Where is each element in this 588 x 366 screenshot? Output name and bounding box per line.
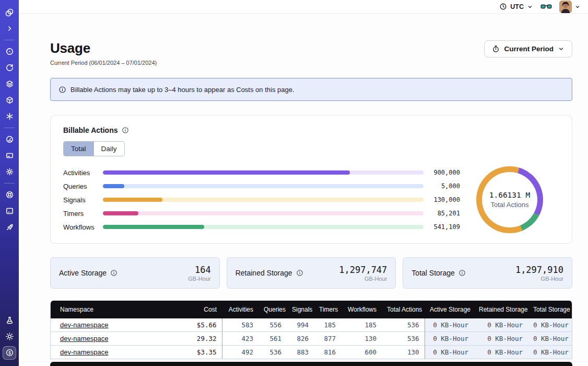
- column-header: Namespace: [51, 301, 167, 318]
- table-row: dev-namespace29.324235618268771305360 KB…: [51, 332, 572, 346]
- chevron-down-icon: [574, 4, 581, 10]
- column-header: Total Storage: [528, 301, 572, 318]
- retained-storage-cell: 0 KB-Hour: [474, 332, 528, 346]
- queries-cell: 536: [258, 346, 287, 359]
- table-header-row: NamespaceCostActivitiesQueriesSignalsTim…: [51, 301, 572, 318]
- column-header: Queries: [258, 301, 287, 318]
- page-title: Usage: [50, 40, 157, 56]
- info-icon[interactable]: [122, 127, 129, 134]
- column-header: Workflows: [341, 301, 382, 318]
- timers-cell: 877: [314, 332, 341, 346]
- info-icon[interactable]: [458, 269, 466, 277]
- total-storage-cell: 0 KB-Hour: [528, 318, 572, 332]
- timers-cell: 816: [314, 346, 341, 359]
- table-row: dev-namespace$3.354925368838166001300 KB…: [51, 346, 572, 359]
- total-storage-cell: 0 KB-Hour: [528, 346, 572, 359]
- user-avatar: [559, 1, 572, 13]
- storage-card-label: Total Storage: [411, 269, 455, 277]
- namespace-cell: dev-namespace: [51, 332, 167, 346]
- temporal-logo-icon[interactable]: [3, 6, 16, 19]
- workflows-cell: 600: [341, 346, 382, 359]
- bar-value: 85,201: [424, 210, 460, 217]
- column-header: Activities: [222, 301, 258, 318]
- namespace-cell: dev-namespace: [51, 346, 167, 359]
- terminal-icon[interactable]: [3, 204, 16, 218]
- bar-fill: [103, 198, 162, 202]
- dollar-coin-icon[interactable]: $: [3, 346, 16, 360]
- gauge-icon[interactable]: [3, 133, 16, 146]
- chevron-down-icon: [558, 45, 565, 52]
- bar-label: Timers: [63, 210, 103, 218]
- bar-fill: [103, 170, 350, 175]
- history-icon[interactable]: [3, 61, 16, 75]
- table-row: dev-namespace$5.665835569941851855360 KB…: [51, 318, 572, 332]
- activities-cell: 423: [222, 332, 258, 346]
- namespace-usage-table: NamespaceCostActivitiesQueriesSignalsTim…: [50, 301, 572, 359]
- flask-icon[interactable]: [3, 314, 16, 327]
- column-header: Cost: [167, 301, 222, 318]
- storage-card-value: 1,297,747: [339, 265, 387, 275]
- tab-daily[interactable]: Daily: [93, 142, 124, 156]
- column-header: Total Actions: [382, 301, 425, 318]
- bar-track: [103, 184, 424, 188]
- account-menu[interactable]: [559, 1, 581, 13]
- bar-row: Signals130,000: [63, 193, 460, 207]
- gear-icon[interactable]: [3, 165, 16, 179]
- bar-track: [103, 211, 424, 215]
- asterisk-icon[interactable]: [3, 110, 16, 123]
- storage-card-value: 164: [188, 265, 210, 275]
- sidebar-divider: [4, 128, 15, 128]
- glasses-icon[interactable]: [540, 3, 552, 10]
- cube-icon[interactable]: [3, 94, 16, 107]
- rocket-icon[interactable]: [3, 221, 16, 234]
- swirl-icon[interactable]: [3, 45, 16, 59]
- billable-actions-card: Billable Actions Total Daily Activities9…: [50, 115, 572, 244]
- page-subtitle: Current Period (06/01/2024 – 07/01/2024): [50, 60, 157, 66]
- tab-total[interactable]: Total: [64, 142, 93, 156]
- storage-card-unit: GB-Hour: [339, 276, 387, 282]
- sun-icon[interactable]: [3, 330, 16, 344]
- bar-track: [103, 225, 424, 229]
- svg-text:$: $: [8, 350, 10, 356]
- retained-storage-cell: 0 KB-Hour: [474, 346, 528, 359]
- namespace-cell: dev-namespace: [51, 318, 167, 332]
- storage-card-unit: GB-Hour: [188, 276, 210, 282]
- namespace-link[interactable]: dev-namespace: [60, 321, 109, 329]
- bar-track: [103, 170, 424, 175]
- expand-sidebar-icon[interactable]: [3, 22, 16, 36]
- timezone-label: UTC: [510, 3, 524, 10]
- card-icon[interactable]: [3, 149, 16, 163]
- info-icon: [58, 86, 66, 94]
- layers-icon[interactable]: [3, 77, 16, 91]
- storage-card-value: 1,297,910: [515, 265, 563, 275]
- storage-card-label: Active Storage: [59, 269, 107, 277]
- period-selector-button[interactable]: Current Period: [484, 40, 572, 58]
- namespace-link[interactable]: dev-namespace: [60, 335, 109, 342]
- total-actions-cell: 536: [382, 318, 425, 332]
- next-section-header-bar: [50, 362, 572, 366]
- queries-cell: 561: [258, 332, 287, 346]
- info-icon[interactable]: [296, 269, 303, 277]
- timezone-selector[interactable]: UTC: [499, 3, 533, 10]
- sidebar-divider: [4, 40, 15, 40]
- topbar: UTC: [19, 0, 588, 14]
- stopwatch-icon: [492, 45, 500, 53]
- namespace-link[interactable]: dev-namespace: [60, 348, 109, 356]
- total-actions-cell: 536: [382, 332, 425, 346]
- period-selector-label: Current Period: [504, 45, 554, 53]
- chevron-down-icon: [527, 4, 533, 10]
- billable-actions-title: Billable Actions: [63, 126, 118, 134]
- workflows-cell: 185: [341, 318, 382, 332]
- signals-cell: 994: [287, 318, 314, 332]
- retained-storage-cell: 0 KB-Hour: [474, 318, 528, 332]
- storage-card-retained-storage: Retained Storage1,297,747GB-Hour: [227, 257, 396, 289]
- clock-icon: [499, 3, 507, 10]
- bar-row: Activities900,000: [63, 166, 460, 179]
- lifebuoy-icon[interactable]: [3, 188, 16, 202]
- active-storage-cell: 0 KB-Hour: [425, 318, 474, 332]
- total-storage-cell: 0 KB-Hour: [528, 332, 572, 346]
- signals-cell: 883: [287, 346, 314, 359]
- total-actions-donut-chart: 1.66131 M Total Actions: [476, 166, 543, 233]
- bar-label: Signals: [63, 196, 103, 204]
- info-icon[interactable]: [110, 269, 117, 277]
